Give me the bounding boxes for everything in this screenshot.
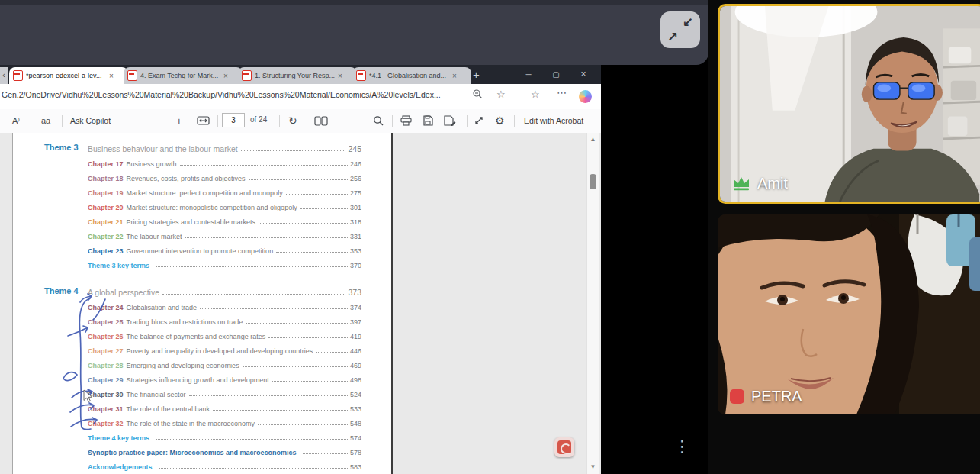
- participant-name: PETRA: [751, 388, 802, 405]
- restore-button[interactable]: ▢: [542, 65, 570, 84]
- toc-row[interactable]: Theme 4 A global perspective 373: [13, 281, 391, 297]
- toc-row[interactable]: Chapter 31 The role of the central bank …: [13, 398, 391, 413]
- participant-tile-petra[interactable]: PETRA: [718, 214, 980, 414]
- dot-leader: [268, 337, 348, 338]
- settings-more-icon[interactable]: ⋯: [557, 87, 567, 98]
- vertical-scrollbar[interactable]: ▲ ▼: [586, 133, 599, 474]
- dot-leader: [272, 381, 348, 382]
- gear-icon[interactable]: ⚙: [495, 109, 505, 132]
- favorites-bar-icon[interactable]: ☆: [531, 89, 540, 100]
- divider: [279, 115, 280, 127]
- browser-tab[interactable]: *4.1 - Globalisation and... ×: [352, 67, 471, 84]
- toc-page-number: 469: [350, 362, 361, 369]
- page-view-button[interactable]: [314, 109, 328, 132]
- toc-title: The financial sector: [127, 391, 186, 398]
- screen-share-region: ↙ ↗ ‹ *pearson-edexcel-a-lev... × 4. Exa: [0, 0, 708, 474]
- edit-with-acrobat-button[interactable]: Edit with Acrobat: [524, 109, 583, 132]
- toc-row[interactable]: Theme 4 key terms 574: [13, 427, 391, 442]
- pdf-content-area: Theme 3 Business behaviour and the labou…: [0, 133, 601, 474]
- toc-label: Chapter 25: [88, 318, 124, 326]
- dot-leader: [249, 179, 348, 180]
- toc-label: Chapter 17: [88, 160, 124, 168]
- toc-row[interactable]: Chapter 18 Revenues, costs, profits and …: [13, 168, 391, 182]
- close-button[interactable]: ×: [570, 65, 597, 84]
- new-tab-button[interactable]: +: [473, 68, 480, 81]
- toc-row[interactable]: Chapter 28 Emerging and developing econo…: [13, 355, 391, 369]
- toc-row[interactable]: Chapter 19 Market structure: perfect com…: [13, 182, 391, 197]
- tab-close-icon[interactable]: ×: [338, 72, 342, 80]
- share-more-options-icon[interactable]: ⋮: [674, 438, 690, 454]
- scrollbar-thumb[interactable]: [590, 174, 596, 189]
- fullscreen-icon[interactable]: [474, 109, 484, 132]
- toc-page-number: 370: [350, 262, 361, 269]
- toc-page-number: 353: [350, 247, 361, 255]
- divider: [392, 115, 393, 127]
- save-as-icon[interactable]: [444, 109, 456, 132]
- zoom-out-page-icon[interactable]: [472, 89, 483, 102]
- toc-row[interactable]: Chapter 29 Strategies influencing growth…: [13, 369, 391, 384]
- tab-title: *pearson-edexcel-a-lev...: [26, 72, 106, 79]
- browser-tab[interactable]: *pearson-edexcel-a-lev... ×: [9, 67, 128, 84]
- toc-row[interactable]: Chapter 25 Trading blocs and restriction…: [13, 311, 391, 326]
- toc-row[interactable]: Chapter 23 Government intervention to pr…: [13, 240, 391, 255]
- dot-leader: [156, 439, 348, 440]
- ask-copilot-button[interactable]: Ask Copilot: [70, 109, 111, 132]
- toc-label: Acknowledgements: [88, 463, 153, 471]
- toc-row[interactable]: Chapter 22 The labour market 331: [13, 226, 391, 240]
- pdf-file-icon: [127, 70, 137, 81]
- toc-row[interactable]: Chapter 30 The financial sector 524: [13, 384, 391, 398]
- rotate-button[interactable]: ↻: [288, 109, 297, 132]
- browser-tab[interactable]: 4. Exam Techq for Mark... ×: [124, 67, 243, 84]
- tab-close-icon[interactable]: ×: [109, 72, 114, 80]
- minimize-button[interactable]: ─: [515, 65, 542, 84]
- tab-bar: ‹ *pearson-edexcel-a-lev... × 4. Exam Te…: [0, 65, 601, 84]
- search-icon[interactable]: [373, 109, 384, 132]
- translate-button[interactable]: aä: [41, 109, 50, 132]
- toc-row[interactable]: Chapter 32 The role of the state in the …: [13, 413, 391, 427]
- toc-row[interactable]: Theme 3 Business behaviour and the labou…: [13, 137, 391, 153]
- fit-to-width-button[interactable]: [197, 109, 210, 132]
- browser-tab[interactable]: 1. Structuring Your Resp... ×: [238, 67, 357, 84]
- print-icon[interactable]: [400, 109, 412, 132]
- toc-row[interactable]: Chapter 20 Market structure: monopolisti…: [13, 197, 391, 211]
- dot-leader: [189, 395, 348, 396]
- zoom-out-button[interactable]: −: [155, 109, 161, 132]
- toc-title: Business growth: [127, 160, 177, 168]
- toc-title: A global perspective: [88, 288, 159, 297]
- pdf-file-icon: [242, 70, 252, 81]
- petra-video-feed: [718, 214, 980, 414]
- zoom-in-button[interactable]: +: [176, 109, 182, 132]
- page-number-input[interactable]: 3: [222, 113, 245, 127]
- read-aloud-button[interactable]: A⁾: [12, 109, 20, 132]
- scroll-up-icon[interactable]: ▲: [589, 136, 597, 143]
- toc-row[interactable]: Synoptic practice paper: Microeconomics …: [13, 442, 391, 456]
- toc-page-number: 574: [350, 434, 361, 442]
- tab-scroll-left-button[interactable]: ‹: [0, 67, 8, 84]
- acrobat-logo-icon: [557, 440, 571, 454]
- toc-row[interactable]: Chapter 27 Poverty and inequality in dev…: [13, 340, 391, 355]
- toc-row[interactable]: Chapter 21 Pricing strategies and contes…: [13, 211, 391, 226]
- dot-leader: [241, 150, 346, 151]
- scroll-down-icon[interactable]: ▼: [589, 463, 597, 470]
- acrobat-floating-button[interactable]: [554, 437, 574, 457]
- favorite-star-icon[interactable]: ☆: [496, 89, 506, 100]
- toc-row[interactable]: Acknowledgements 583: [13, 456, 391, 471]
- tab-close-icon[interactable]: ×: [223, 72, 228, 80]
- save-icon[interactable]: [423, 109, 433, 132]
- divider: [514, 115, 515, 127]
- tab-close-icon[interactable]: ×: [452, 72, 457, 80]
- toc-row[interactable]: Chapter 17 Business growth 246: [13, 153, 391, 168]
- toc-row[interactable]: Chapter 24 Globalisation and trade 374: [13, 297, 391, 311]
- toc-row[interactable]: Chapter 26 The balance of payments and e…: [13, 326, 391, 340]
- divider: [307, 115, 307, 127]
- url-text[interactable]: Gen.2/OneDrive/Vidhu%20Lessons%20Materia…: [2, 90, 455, 99]
- toc-label: Chapter 32: [88, 420, 124, 427]
- toc-label: Theme 4 key terms: [88, 434, 149, 442]
- participant-tile-amit[interactable]: Amit: [718, 4, 980, 204]
- collapse-share-button[interactable]: ↙ ↗: [660, 11, 700, 48]
- toc-row[interactable]: Theme 3 key terms 370: [13, 255, 391, 269]
- toc-title: Trading blocs and restrictions on trade: [127, 318, 243, 326]
- copilot-icon[interactable]: [579, 90, 592, 103]
- toc-page-number: 533: [350, 405, 361, 413]
- toc-label: Theme 3 key terms: [88, 262, 149, 269]
